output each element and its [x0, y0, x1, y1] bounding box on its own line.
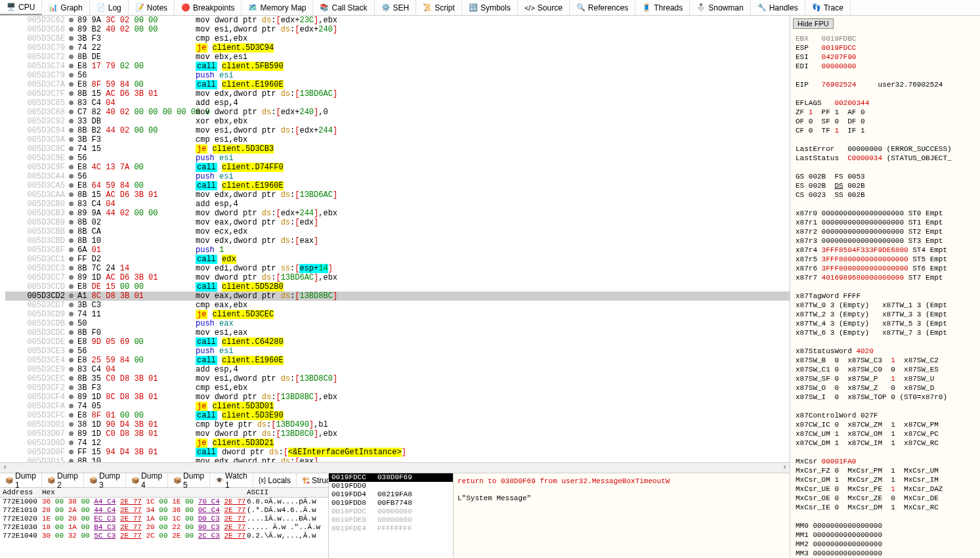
- disasm-row[interactable]: 005D3C74E8 17 79 02 00call client.5FB590: [5, 62, 790, 71]
- tab-source[interactable]: </>Source: [518, 0, 570, 15]
- register-line[interactable]: ESP 0019FDCC: [796, 43, 975, 53]
- register-line[interactable]: x87CW_IC 0 x87CW_ZM 1 x87CW_PM: [796, 420, 975, 429]
- stack-row[interactable]: 0019FDD408219FA8: [329, 490, 453, 499]
- disasm-row[interactable]: 005D3D0789 1D C0 D8 3B 01mov dword ptr d…: [5, 429, 790, 439]
- register-line[interactable]: MxCsr_OE 0 MxCsr_ZE 0 MxCsr_DE: [796, 494, 975, 503]
- disasm-row[interactable]: 005D3CCDE8 DE 15 00 00call client.5D52B0: [5, 282, 790, 291]
- register-line[interactable]: EIP 76902524 user32.76902524: [796, 80, 975, 89]
- register-line[interactable]: MxCsr 00001FA0: [796, 457, 975, 466]
- tab-handles[interactable]: 🔧Handles: [751, 0, 805, 15]
- register-line[interactable]: MxCsr_UE 0 MxCsr_PE 1 MxCsr_DAZ: [796, 484, 975, 494]
- tab-notes[interactable]: 📝Notes: [129, 0, 175, 15]
- tab-call-stack[interactable]: 📚Call Stack: [313, 0, 374, 15]
- disasm-row[interactable]: 005D3C6889 B2 40 02 00 00mov esi,dword p…: [5, 25, 790, 34]
- register-line[interactable]: [796, 89, 975, 98]
- disasm-row[interactable]: 005D3C7956push esi: [5, 71, 790, 80]
- tab-graph[interactable]: 📊Graph: [42, 0, 89, 15]
- register-line[interactable]: x87TW_0 3 (Empty) x87TW_1 3 (Empt: [796, 301, 975, 310]
- tab-snowman[interactable]: ⛄Snowman: [690, 0, 750, 15]
- register-line[interactable]: GS 002B FS 0053: [796, 172, 975, 181]
- register-line[interactable]: x87r3 0000000000000000000 ST3 Empt: [796, 236, 975, 246]
- register-line[interactable]: [796, 135, 975, 144]
- tab-symbols[interactable]: 🔣Symbols: [462, 0, 518, 15]
- disasm-row[interactable]: 005D3C8583 C4 04add esp,4: [5, 98, 790, 108]
- disasm-row[interactable]: 005D3CF489 1D 8C D8 3B 01mov dword ptr d…: [5, 393, 790, 402]
- disasm-row[interactable]: 005D3CC789 1D AC D6 3B 01mov dword ptr d…: [5, 273, 790, 282]
- disasm-row[interactable]: 005D3CBB8B CAmov ecx,edx: [5, 227, 790, 236]
- register-line[interactable]: MM1 0000000000000000: [796, 530, 975, 540]
- disasm-row[interactable]: 005D3CC38B 7C 24 14mov edi,dword ptr ss:…: [5, 264, 790, 273]
- disasm-row[interactable]: 005D3CB389 9A 44 02 00 00mov dword ptr d…: [5, 209, 790, 218]
- disasm-row[interactable]: 005D3CF23B F3cmp esi,ebx: [5, 383, 790, 393]
- register-line[interactable]: x87r4 3FFF8504F333F9DE6800 ST4 Empt: [796, 246, 975, 255]
- register-line[interactable]: MM2 0000000000000000: [796, 540, 975, 549]
- disasm-row[interactable]: 005D3C9A3B F3cmp esi,ebx: [5, 135, 790, 144]
- register-line[interactable]: [796, 448, 975, 457]
- dump-tab-dump-4[interactable]: 📦Dump 4: [126, 473, 168, 487]
- stack-row[interactable]: 0019FDD0: [329, 482, 453, 490]
- disasm-row[interactable]: 005D3C948B B2 44 02 00 00mov esi,dword p…: [5, 126, 790, 135]
- register-line[interactable]: LastStatus C0000034 (STATUS_OBJECT_: [796, 154, 975, 163]
- disasm-row[interactable]: 005D3CD73B C3cmp eax,ebx: [5, 301, 790, 310]
- disasm-row[interactable]: 005D3CC1FF D2call edx: [5, 255, 790, 264]
- register-line[interactable]: ZF 1 PF 1 AF 0: [796, 108, 975, 117]
- disasm-row[interactable]: 005D3C9233 DBxor ebx,ebx: [5, 117, 790, 126]
- register-line[interactable]: [796, 200, 975, 209]
- disasm-row[interactable]: 005D3CE356push esi: [5, 347, 790, 356]
- stack-row[interactable]: 0019FDDC00000000: [329, 507, 453, 516]
- stack-row[interactable]: 0019FDD800FB7748: [329, 499, 453, 507]
- tab-cpu[interactable]: 🖥️CPU: [0, 0, 42, 15]
- hex-row[interactable]: 772E10201E 00 20 00 EC C3 2E 77 1A 00 1C…: [3, 515, 326, 523]
- register-line[interactable]: EBX 0019FDBC: [796, 34, 975, 43]
- disasm-row[interactable]: ˅005D3CD974 11je client.5D3CEC: [5, 310, 790, 319]
- register-line[interactable]: [796, 71, 975, 80]
- register-line[interactable]: x87r0 0000000000000000000 ST0 Empt: [796, 209, 975, 218]
- register-line[interactable]: [796, 337, 975, 347]
- register-line[interactable]: x87SW_O 0 x87SW_Z 0 x87SW_D: [796, 383, 975, 393]
- register-line[interactable]: x87SW_B 0 x87SW_C3 1 x87SW_C2: [796, 356, 975, 365]
- register-line[interactable]: x87r2 0000000000000000000 ST2 Empt: [796, 227, 975, 236]
- register-line[interactable]: x87SW_C1 0 x87SW_C0 0 x87SW_ES: [796, 365, 975, 374]
- disasm-row[interactable]: 005D3C6E3B F3cmp esi,ebx: [5, 34, 790, 43]
- disasm-row[interactable]: 005D3C9E56push esi: [5, 154, 790, 163]
- stack-view[interactable]: 0019FDCC038D0F690019FDD00019FDD408219FA8…: [328, 473, 453, 558]
- disasm-row[interactable]: 005D3C728B DEmov ebx,esi: [5, 53, 790, 62]
- disasm-row[interactable]: 005D3C7AE8 8F 59 84 00call client.E1960E: [5, 80, 790, 89]
- col-hex[interactable]: Hex: [42, 488, 247, 496]
- disasm-row[interactable]: 005D3CFCE8 8F 01 00 00call client.5D3E90: [5, 411, 790, 420]
- disasm-row[interactable]: 005D3CE983 C4 04add esp,4: [5, 365, 790, 374]
- register-line[interactable]: CS 0023 SS 002B: [796, 190, 975, 200]
- disasm-row[interactable]: 005D3CE4E8 25 59 84 00call client.E1960E: [5, 356, 790, 365]
- register-line[interactable]: OF 0 SF 0 DF 0: [796, 117, 975, 126]
- stack-row[interactable]: 0019FDCC038D0F69: [329, 473, 453, 482]
- disasm-row[interactable]: ˅005D3C7074 22je client.5D3C94: [5, 43, 790, 53]
- tab-memory-map[interactable]: 🗺️Memory Map: [242, 0, 313, 15]
- disasm-row[interactable]: 005D3C9FE8 4C 13 7A 00call client.D74FF0: [5, 163, 790, 172]
- hex-row[interactable]: 772E100036 00 38 00 A4 C4 2E 77 1C 00 1E…: [3, 498, 326, 506]
- register-line[interactable]: ES 002B DS 002B: [796, 181, 975, 190]
- register-line[interactable]: MxCsr_OM 1 MxCsr_ZM 1 MxCsr_IM: [796, 475, 975, 484]
- dump-tab-dump-5[interactable]: 📦Dump 5: [168, 473, 210, 487]
- stack-row[interactable]: 0019FDE4FFFFFFFF: [329, 525, 453, 533]
- register-line[interactable]: x87TW_4 3 (Empty) x87TW_5 3 (Empt: [796, 319, 975, 328]
- register-line[interactable]: [796, 163, 975, 172]
- register-line[interactable]: x87r5 3FFF8000000000000000 ST5 Empt: [796, 255, 975, 264]
- register-line[interactable]: x87CW_UM 1 x87CW_OM 1 x87CW_PC: [796, 429, 975, 439]
- register-line[interactable]: x87SW_I 0 x87SW_TOP 0 (ST0=x87r0): [796, 393, 975, 402]
- disasm-row[interactable]: 005D3CA5E8 64 59 84 00call client.E1960E: [5, 181, 790, 190]
- register-line[interactable]: x87TW_2 3 (Empty) x87TW_3 3 (Empt: [796, 310, 975, 319]
- register-line[interactable]: x87TagWord FFFF: [796, 291, 975, 301]
- register-line[interactable]: x87SW_SF 0 x87SW_P 1 x87SW_U: [796, 374, 975, 383]
- register-line[interactable]: MxCsr_FZ 0 MxCsr_PM 1 MxCsr_UM: [796, 466, 975, 475]
- tab-seh[interactable]: ⚙️SEH: [375, 0, 417, 15]
- disasm-row[interactable]: 005D3C7F8B 15 AC D6 3B 01mov edx,dword p…: [5, 89, 790, 98]
- register-line[interactable]: ESI 04207F90: [796, 53, 975, 62]
- disasm-row[interactable]: 005D3D0FFF 15 94 D4 3B 01call dword ptr …: [5, 448, 790, 457]
- hex-row[interactable]: 772E104030 00 32 00 5C C3 2E 77 2C 00 2E…: [3, 532, 326, 540]
- tab-trace[interactable]: 👣Trace: [805, 0, 851, 15]
- disasm-row[interactable]: ˅005D3C9C74 15je client.5D3CB3: [5, 144, 790, 154]
- dump-tab-watch-1[interactable]: 👁️Watch 1: [210, 473, 253, 487]
- disasm-row[interactable]: 005D3CBF6A 01push 1: [5, 246, 790, 255]
- tab-threads[interactable]: 🧵Threads: [635, 0, 690, 15]
- tab-references[interactable]: 🔍References: [570, 0, 635, 15]
